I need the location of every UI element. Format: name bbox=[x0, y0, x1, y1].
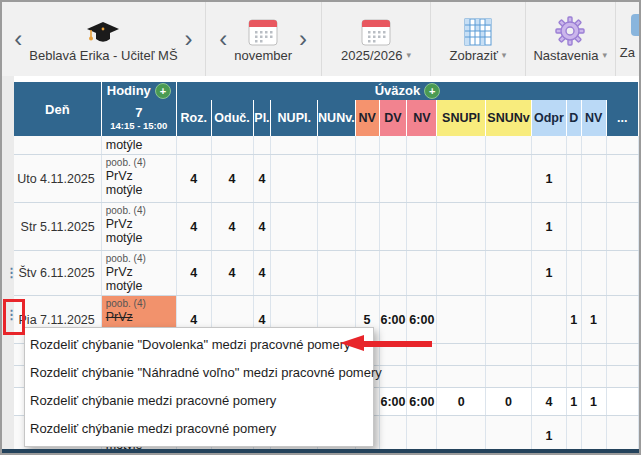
value-cell-nv_o[interactable] bbox=[355, 251, 379, 296]
column-header-odpr[interactable]: Odpr bbox=[531, 100, 566, 136]
value-cell-odpr[interactable]: 4 bbox=[531, 388, 566, 416]
column-header-nupi[interactable]: NUPI. bbox=[271, 100, 318, 136]
prev-teacher-button[interactable]: ‹ bbox=[7, 27, 29, 51]
value-cell-nv_b[interactable] bbox=[581, 136, 606, 155]
value-cell-nv_r[interactable]: 6:00 bbox=[407, 388, 437, 416]
row-menu-kebab-icon[interactable]: ⋮ bbox=[5, 266, 14, 279]
value-cell-odpr[interactable] bbox=[531, 344, 566, 366]
value-cell-nv_b[interactable] bbox=[581, 344, 606, 366]
value-cell-dv[interactable] bbox=[379, 203, 407, 251]
column-header-d[interactable]: D bbox=[566, 100, 581, 136]
value-cell-roz[interactable]: 4 bbox=[176, 251, 211, 296]
prev-month-button[interactable]: ‹ bbox=[212, 27, 234, 51]
value-cell-roz[interactable]: 4 bbox=[176, 155, 211, 203]
value-cell-nunv[interactable] bbox=[318, 203, 356, 251]
value-cell-nupi[interactable] bbox=[271, 136, 318, 155]
value-cell-odpr[interactable] bbox=[531, 296, 566, 344]
value-cell-snunv[interactable] bbox=[486, 366, 532, 388]
value-cell-nv_r[interactable] bbox=[407, 251, 437, 296]
value-cell-snupi[interactable] bbox=[437, 203, 486, 251]
value-cell-nv_b[interactable]: 1 bbox=[581, 296, 606, 344]
value-cell-oduc[interactable] bbox=[211, 136, 253, 155]
column-header-oduc[interactable]: Oduč. bbox=[211, 100, 253, 136]
value-cell-snunv[interactable] bbox=[486, 155, 532, 203]
value-cell-nupi[interactable] bbox=[271, 155, 318, 203]
value-cell-d[interactable] bbox=[566, 155, 581, 203]
value-cell-odpr[interactable] bbox=[531, 136, 566, 155]
settings-menu-button[interactable]: Nastavenia▾ bbox=[526, 2, 616, 76]
value-cell-nv_o[interactable] bbox=[355, 136, 379, 155]
value-cell-snunv[interactable] bbox=[486, 136, 532, 155]
menu-item[interactable]: Rozdeliť chýbanie medzi pracovné pomery bbox=[25, 387, 373, 415]
value-cell-more[interactable] bbox=[606, 296, 639, 344]
column-header-nv_r[interactable]: NV bbox=[407, 100, 437, 136]
value-cell-snupi[interactable] bbox=[437, 296, 486, 344]
value-cell-nv_o[interactable] bbox=[355, 155, 379, 203]
hour-column-header[interactable]: 7 14:15 - 15:00 bbox=[101, 100, 176, 136]
value-cell-snunv[interactable] bbox=[486, 296, 532, 344]
value-cell-snupi[interactable] bbox=[437, 344, 486, 366]
value-cell-odpr[interactable]: 1 bbox=[531, 155, 566, 203]
value-cell-odpr[interactable]: 1 bbox=[531, 203, 566, 251]
column-header-more[interactable]: ... bbox=[606, 100, 639, 136]
column-header-nv_o[interactable]: NV bbox=[355, 100, 379, 136]
value-cell-nunv[interactable] bbox=[318, 251, 356, 296]
day-cell[interactable]: Uto 4.11.2025 bbox=[14, 155, 101, 203]
column-header-roz[interactable]: Roz. bbox=[176, 100, 211, 136]
column-header-snupi[interactable]: SNUPI bbox=[437, 100, 486, 136]
column-header-dv[interactable]: DV bbox=[379, 100, 407, 136]
value-cell-dv[interactable]: 6:00 bbox=[379, 296, 407, 344]
value-cell-snunv[interactable]: 0 bbox=[486, 388, 532, 416]
value-cell-pl[interactable]: 4 bbox=[253, 203, 271, 251]
value-cell-d[interactable] bbox=[566, 136, 581, 155]
value-cell-more[interactable] bbox=[606, 388, 639, 416]
value-cell-oduc[interactable]: 4 bbox=[211, 251, 253, 296]
value-cell-more[interactable] bbox=[606, 366, 639, 388]
menu-item[interactable]: Rozdeliť chýbanie "Náhradné voľno" medzi… bbox=[25, 359, 373, 387]
value-cell-odpr[interactable] bbox=[531, 366, 566, 388]
value-cell-snupi[interactable] bbox=[437, 155, 486, 203]
value-cell-pl[interactable] bbox=[253, 136, 271, 155]
value-cell-nv_r[interactable] bbox=[407, 155, 437, 203]
value-cell-snupi[interactable] bbox=[437, 136, 486, 155]
day-cell[interactable]: Štv 6.11.2025 bbox=[14, 251, 101, 296]
value-cell-nunv[interactable] bbox=[318, 136, 356, 155]
value-cell-nv_b[interactable]: 1 bbox=[581, 388, 606, 416]
value-cell-snunv[interactable] bbox=[486, 203, 532, 251]
column-header-nv_b[interactable]: NV bbox=[581, 100, 606, 136]
value-cell-pl[interactable]: 4 bbox=[253, 155, 271, 203]
value-cell-more[interactable] bbox=[606, 251, 639, 296]
value-cell-roz[interactable]: 4 bbox=[176, 203, 211, 251]
month-label[interactable]: november bbox=[234, 48, 292, 63]
value-cell-nv_b[interactable] bbox=[581, 155, 606, 203]
value-cell-dv[interactable] bbox=[379, 155, 407, 203]
value-cell-d[interactable] bbox=[566, 366, 581, 388]
view-menu-button[interactable]: Zobraziť▾ bbox=[431, 2, 525, 76]
value-cell-oduc[interactable]: 4 bbox=[211, 203, 253, 251]
hours-cell[interactable]: motýle bbox=[101, 136, 176, 155]
value-cell-d[interactable] bbox=[566, 251, 581, 296]
value-cell-nv_b[interactable] bbox=[581, 251, 606, 296]
value-cell-nv_b[interactable] bbox=[581, 203, 606, 251]
value-cell-pl[interactable]: 4 bbox=[253, 251, 271, 296]
value-cell-more[interactable] bbox=[606, 203, 639, 251]
value-cell-more[interactable] bbox=[606, 344, 639, 366]
teacher-name-label[interactable]: Beblavá Erika - Učiteľ MŠ bbox=[29, 48, 177, 63]
day-cell[interactable] bbox=[14, 136, 101, 155]
value-cell-snunv[interactable] bbox=[486, 344, 532, 366]
column-header-snunv[interactable]: SNUNv bbox=[486, 100, 532, 136]
value-cell-nupi[interactable] bbox=[271, 251, 318, 296]
value-cell-snunv[interactable] bbox=[486, 251, 532, 296]
value-cell-nv_r[interactable]: 6:00 bbox=[407, 296, 437, 344]
value-cell-more[interactable] bbox=[606, 155, 639, 203]
value-cell-dv[interactable] bbox=[379, 136, 407, 155]
next-teacher-button[interactable]: › bbox=[178, 27, 200, 51]
value-cell-dv[interactable] bbox=[379, 251, 407, 296]
value-cell-snupi[interactable] bbox=[437, 251, 486, 296]
value-cell-nv_r[interactable] bbox=[407, 136, 437, 155]
value-cell-nv_r[interactable] bbox=[407, 203, 437, 251]
column-header-pl[interactable]: Pl. bbox=[253, 100, 271, 136]
value-cell-nv_o[interactable] bbox=[355, 203, 379, 251]
value-cell-oduc[interactable]: 4 bbox=[211, 155, 253, 203]
day-cell[interactable]: Str 5.11.2025 bbox=[14, 203, 101, 251]
